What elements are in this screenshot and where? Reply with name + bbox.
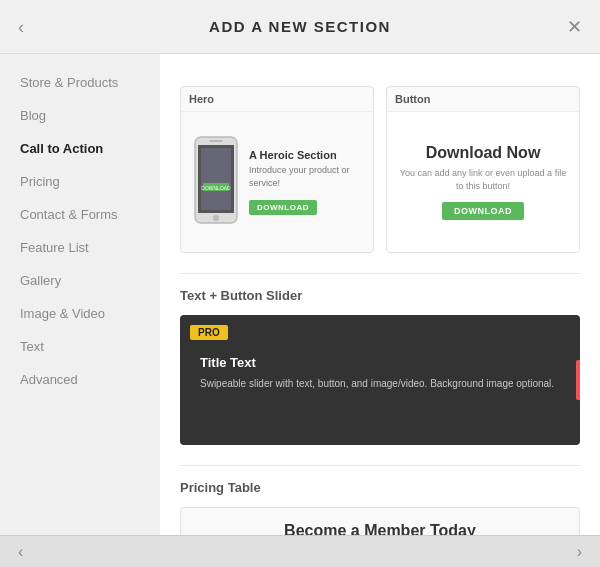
svg-rect-4 xyxy=(201,148,231,210)
hero-card[interactable]: Hero DOWNLOAD xyxy=(180,86,374,253)
sidebar-item-pricing[interactable]: Pricing xyxy=(0,165,160,198)
content-area: Hero DOWNLOAD xyxy=(160,54,600,535)
modal: ‹ ADD A NEW SECTION ✕ Store & Products B… xyxy=(0,0,600,567)
sidebar-item-text[interactable]: Text xyxy=(0,330,160,363)
hero-section-title: A Heroic Section xyxy=(249,149,363,161)
button-card-inner: Download Now You can add any link or eve… xyxy=(387,112,579,252)
section-label-pricing: Pricing Table xyxy=(180,480,580,495)
sidebar-item-call-to-action[interactable]: Call to Action xyxy=(0,132,160,165)
divider-1 xyxy=(180,273,580,274)
slider-desc: Swipeable slider with text, button, and … xyxy=(200,376,560,391)
slider-content: Title Text Swipeable slider with text, b… xyxy=(180,315,580,411)
bottom-bar: ‹ › xyxy=(0,535,600,567)
sidebar-item-contact-forms[interactable]: Contact & Forms xyxy=(0,198,160,231)
sidebar-item-image-video[interactable]: Image & Video xyxy=(0,297,160,330)
phone-icon: DOWNLOAD xyxy=(191,135,241,229)
hero-button-row: Hero DOWNLOAD xyxy=(180,86,580,253)
sidebar: Store & Products Blog Call to Action Pri… xyxy=(0,54,160,535)
svg-rect-3 xyxy=(209,140,223,142)
sidebar-item-blog[interactable]: Blog xyxy=(0,99,160,132)
nav-right-arrow[interactable]: › xyxy=(569,539,590,565)
slider-section: Text + Button Slider PRO Title Text Swip… xyxy=(180,288,580,445)
button-label: Button xyxy=(387,87,579,112)
slider-title: Title Text xyxy=(200,355,560,370)
modal-title: ADD A NEW SECTION xyxy=(209,18,391,35)
nav-left-arrow[interactable]: ‹ xyxy=(10,539,31,565)
svg-point-2 xyxy=(213,215,219,221)
sidebar-item-store-products[interactable]: Store & Products xyxy=(0,66,160,99)
hero-text-block: A Heroic Section Introduce your product … xyxy=(249,149,363,214)
sidebar-item-gallery[interactable]: Gallery xyxy=(0,264,160,297)
pricing-card[interactable]: Become a Member Today Join us for these … xyxy=(180,507,580,535)
pricing-card-inner: Become a Member Today Join us for these … xyxy=(181,508,579,535)
hero-card-inner: DOWNLOAD A Heroic Section Introduce your… xyxy=(181,112,373,252)
pricing-section: Pricing Table Become a Member Today Join… xyxy=(180,480,580,535)
divider-2 xyxy=(180,465,580,466)
red-accent xyxy=(576,360,580,400)
sidebar-item-feature-list[interactable]: Feature List xyxy=(0,231,160,264)
button-card-title: Download Now xyxy=(426,144,541,162)
pricing-main-title: Become a Member Today xyxy=(193,522,567,535)
button-card-btn: DOWNLOAD xyxy=(442,202,524,220)
back-button[interactable]: ‹ xyxy=(18,18,24,36)
button-card[interactable]: Button Download Now You can add any link… xyxy=(386,86,580,253)
hero-label: Hero xyxy=(181,87,373,112)
button-card-desc: You can add any link or even upload a fi… xyxy=(397,167,569,192)
hero-download-btn: DOWNLOAD xyxy=(249,200,317,215)
modal-header: ‹ ADD A NEW SECTION ✕ xyxy=(0,0,600,54)
pro-badge: PRO xyxy=(190,325,228,340)
modal-body: Store & Products Blog Call to Action Pri… xyxy=(0,54,600,535)
sidebar-item-advanced[interactable]: Advanced xyxy=(0,363,160,396)
hero-section-desc: Introduce your product or service! xyxy=(249,164,363,189)
section-label-slider: Text + Button Slider xyxy=(180,288,580,303)
close-button[interactable]: ✕ xyxy=(567,18,582,36)
svg-text:DOWNLOAD: DOWNLOAD xyxy=(201,185,231,191)
slider-card[interactable]: PRO Title Text Swipeable slider with tex… xyxy=(180,315,580,445)
